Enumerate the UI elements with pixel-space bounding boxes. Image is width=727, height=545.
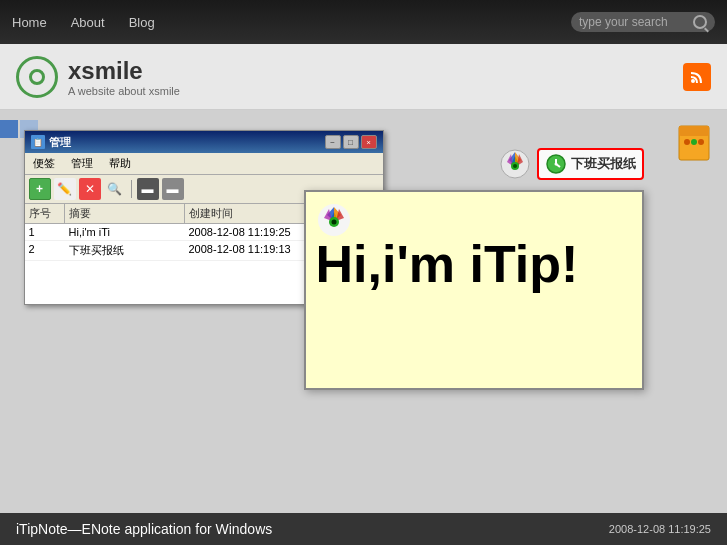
toolbar-edit-btn[interactable]: ✏️	[54, 178, 76, 200]
win-content-area: 📋 管理 − □ × 便签 管理 帮助 + ✏️ ✕ 🔍 ▬	[24, 130, 704, 450]
svg-point-17	[554, 163, 557, 166]
window-title-text: 管理	[49, 135, 71, 150]
window-controls: − □ ×	[325, 135, 377, 149]
window-menubar: 便签 管理 帮助	[25, 153, 383, 175]
menu-bangzhu[interactable]: 帮助	[105, 155, 135, 172]
toolbar-search-btn[interactable]: 🔍	[104, 178, 126, 200]
col-header-summary[interactable]: 摘要	[65, 204, 185, 223]
menu-guanli[interactable]: 管理	[67, 155, 97, 172]
svg-point-13	[513, 164, 517, 168]
main-content: 📋 管理 − □ × 便签 管理 帮助 + ✏️ ✕ 🔍 ▬	[0, 110, 727, 545]
svg-point-25	[331, 220, 336, 225]
logo-icon	[16, 56, 58, 98]
logo-inner-circle	[29, 69, 45, 85]
alarm-icon	[545, 153, 567, 175]
cell-summary-2: 下班买报纸	[65, 241, 185, 260]
toolbar-separator	[131, 180, 132, 198]
site-header: xsmile A website about xsmile	[0, 44, 727, 110]
minimize-button[interactable]: −	[325, 135, 341, 149]
toolbar-delete-btn[interactable]: ✕	[79, 178, 101, 200]
reminder-widget: 下班买报纸	[499, 148, 644, 180]
site-title-group: xsmile A website about xsmile	[68, 57, 180, 97]
reminder-box: 下班买报纸	[537, 148, 644, 180]
site-subtitle: A website about xsmile	[68, 85, 180, 97]
reminder-label: 下班买报纸	[571, 155, 636, 173]
search-bar[interactable]	[571, 12, 715, 32]
peacock-icon-1	[499, 148, 531, 180]
site-logo: xsmile A website about xsmile	[16, 56, 180, 98]
site-title: xsmile	[68, 57, 180, 85]
cell-num-1: 1	[25, 224, 65, 240]
notification-time: 2008-12-08 11:19:25	[609, 523, 711, 535]
notification-text: iTipNote—ENote application for Windows	[16, 521, 272, 537]
svg-point-3	[684, 139, 690, 145]
svg-point-0	[691, 79, 695, 83]
nav-item-blog[interactable]: Blog	[129, 15, 155, 30]
toolbar-view2-btn[interactable]: ▬	[162, 178, 184, 200]
col-header-num[interactable]: 序号	[25, 204, 65, 223]
svg-rect-2	[679, 126, 709, 136]
nav-items: Home About Blog	[12, 15, 155, 30]
nav-item-about[interactable]: About	[71, 15, 105, 30]
close-button[interactable]: ×	[361, 135, 377, 149]
window-title-left: 📋 管理	[31, 135, 71, 150]
toolbar-add-btn[interactable]: +	[29, 178, 51, 200]
blue-square-1	[0, 120, 18, 138]
itip-overlay: Hi,i'm iTip!	[304, 190, 644, 390]
cell-summary-1: Hi,i'm iTi	[65, 224, 185, 240]
toolbar-view1-btn[interactable]: ▬	[137, 178, 159, 200]
cell-num-2: 2	[25, 241, 65, 260]
window-icon: 📋	[31, 135, 45, 149]
nav-item-home[interactable]: Home	[12, 15, 47, 30]
rss-icon[interactable]	[683, 63, 711, 91]
nav-bar: Home About Blog	[0, 0, 727, 44]
menu-bianjian[interactable]: 便签	[29, 155, 59, 172]
svg-point-5	[698, 139, 704, 145]
search-input[interactable]	[579, 15, 689, 29]
itip-greeting-text: Hi,i'm iTip!	[316, 238, 579, 290]
itip-peacock-icon	[316, 202, 352, 238]
window-titlebar: 📋 管理 − □ ×	[25, 131, 383, 153]
svg-point-4	[691, 139, 697, 145]
search-icon	[693, 15, 707, 29]
maximize-button[interactable]: □	[343, 135, 359, 149]
sticky-note-icon	[675, 124, 713, 166]
notification-bar: iTipNote—ENote application for Windows 2…	[0, 513, 727, 545]
